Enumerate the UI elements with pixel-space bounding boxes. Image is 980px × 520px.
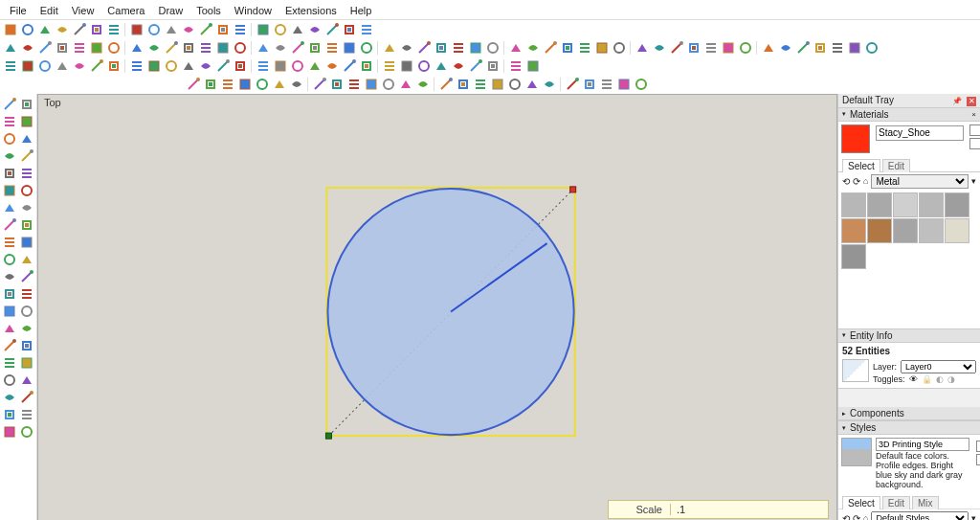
toolbar-button[interactable] — [271, 77, 287, 93]
toolbar-button[interactable] — [18, 182, 34, 198]
toolbar-button[interactable] — [232, 40, 248, 57]
toolbar-button[interactable] — [105, 40, 122, 57]
toolbar-button[interactable] — [71, 58, 87, 75]
menu-extensions[interactable]: Extensions — [279, 4, 343, 17]
toggle-shadow2-icon[interactable]: ◑ — [947, 374, 955, 384]
toolbar-button[interactable] — [163, 58, 179, 75]
toolbar-button[interactable] — [397, 77, 413, 93]
toolbar-button[interactable] — [1, 303, 17, 319]
toolbar-button[interactable] — [398, 58, 414, 75]
material-swatch[interactable] — [945, 192, 969, 217]
menu-file[interactable]: File — [4, 4, 33, 17]
toolbar-button[interactable] — [255, 58, 271, 75]
toolbar-button[interactable] — [598, 77, 614, 93]
toolbar-button[interactable] — [581, 77, 597, 93]
materials-tab-select[interactable]: Select — [842, 159, 880, 172]
menu-tools[interactable]: Tools — [190, 4, 227, 17]
toolbar-button[interactable] — [289, 22, 305, 38]
toolbar-button[interactable] — [507, 40, 523, 57]
toolbar-button[interactable] — [236, 77, 253, 93]
toolbar-button[interactable] — [777, 40, 793, 57]
toolbar-button[interactable] — [1, 372, 17, 388]
toolbar-button[interactable] — [341, 22, 357, 38]
toolbar-button[interactable] — [36, 22, 53, 38]
toolbar-button[interactable] — [197, 40, 213, 57]
material-category-select[interactable]: Metal — [871, 174, 969, 189]
toolbar-button[interactable] — [358, 22, 374, 38]
toolbar-button[interactable] — [18, 216, 34, 233]
material-swatch[interactable] — [867, 218, 892, 243]
circle-face[interactable] — [327, 189, 573, 435]
toolbar-button[interactable] — [306, 22, 323, 38]
toolbar-button[interactable] — [1, 216, 17, 233]
toolbar-button[interactable] — [18, 268, 34, 284]
material-swatch[interactable] — [841, 192, 866, 217]
panel-close-icon[interactable]: × — [971, 110, 976, 119]
toolbar-button[interactable] — [19, 22, 35, 38]
toolbar-button[interactable] — [634, 40, 650, 57]
toolbar-button[interactable] — [18, 320, 34, 336]
toolbar-button[interactable] — [18, 389, 34, 405]
style-list-select[interactable]: Default Styles — [871, 511, 969, 520]
toolbar-button[interactable] — [1, 96, 17, 112]
toolbar-button[interactable] — [180, 58, 196, 75]
forward-icon[interactable]: ⟳ — [853, 513, 860, 521]
toolbar-button[interactable] — [18, 423, 34, 440]
toolbar-button[interactable] — [254, 77, 270, 93]
toolbar-button[interactable] — [381, 58, 397, 75]
toolbar-button[interactable] — [18, 199, 34, 215]
toolbar-button[interactable] — [2, 40, 18, 57]
toolbar-button[interactable] — [1, 268, 17, 284]
toolbar-button[interactable] — [398, 40, 414, 57]
toolbar-button[interactable] — [1, 337, 17, 353]
toolbar-button[interactable] — [272, 22, 288, 38]
toolbar-button[interactable] — [18, 372, 34, 388]
toolbar-button[interactable] — [358, 40, 374, 57]
toolbar-button[interactable] — [472, 77, 488, 93]
toolbar-button[interactable] — [576, 40, 592, 57]
menu-window[interactable]: Window — [229, 4, 278, 17]
toolbar-button[interactable] — [288, 77, 304, 93]
toolbar-button[interactable] — [54, 58, 70, 75]
toolbar-button[interactable] — [19, 58, 35, 75]
toolbar-button[interactable] — [1, 423, 17, 440]
toggle-shadow-icon[interactable]: ◐ — [936, 374, 944, 384]
back-icon[interactable]: ⟲ — [842, 176, 850, 187]
material-swatch[interactable] — [919, 218, 944, 243]
toolbar-button[interactable] — [54, 22, 70, 38]
toolbar-button[interactable] — [163, 22, 179, 38]
toggle-lock-icon[interactable]: 🔒 — [922, 374, 932, 384]
menu-help[interactable]: Help — [345, 4, 378, 17]
toolbar-button[interactable] — [180, 22, 196, 38]
entity-material-thumb[interactable] — [842, 359, 869, 382]
toolbar-button[interactable] — [18, 234, 34, 250]
toolbar-button[interactable] — [197, 58, 213, 75]
toolbar-button[interactable] — [19, 40, 35, 57]
toolbar-button[interactable] — [433, 40, 449, 57]
toolbar-button[interactable] — [311, 77, 327, 93]
tray-title[interactable]: Default Tray 📌 ✕ — [838, 94, 980, 108]
materials-tab-edit[interactable]: Edit — [882, 159, 910, 172]
toolbar-button[interactable] — [455, 77, 471, 93]
toolbar-button[interactable] — [272, 40, 288, 57]
toolbar-button[interactable] — [564, 77, 580, 93]
toolbar-button[interactable] — [289, 58, 305, 75]
toolbar-button[interactable] — [105, 58, 122, 75]
style-name-input[interactable] — [876, 438, 969, 451]
material-swatch[interactable] — [841, 244, 866, 269]
toolbar-button[interactable] — [2, 22, 18, 38]
toolbar-button[interactable] — [18, 251, 34, 267]
sample-paint-icon[interactable] — [969, 138, 980, 149]
toolbar-button[interactable] — [18, 285, 34, 302]
toolbar-button[interactable] — [414, 77, 431, 93]
styles-tab-mix[interactable]: Mix — [912, 496, 939, 509]
toolbar-button[interactable] — [272, 58, 288, 75]
toolbar-button[interactable] — [559, 40, 575, 57]
toolbar-button[interactable] — [323, 40, 340, 57]
material-swatch[interactable] — [867, 192, 892, 217]
forward-icon[interactable]: ⟳ — [853, 176, 860, 187]
measurements-value[interactable]: .1 — [671, 504, 828, 515]
toolbar-button[interactable] — [506, 77, 523, 93]
toolbar-button[interactable] — [846, 40, 862, 57]
toolbar-button[interactable] — [467, 58, 483, 75]
